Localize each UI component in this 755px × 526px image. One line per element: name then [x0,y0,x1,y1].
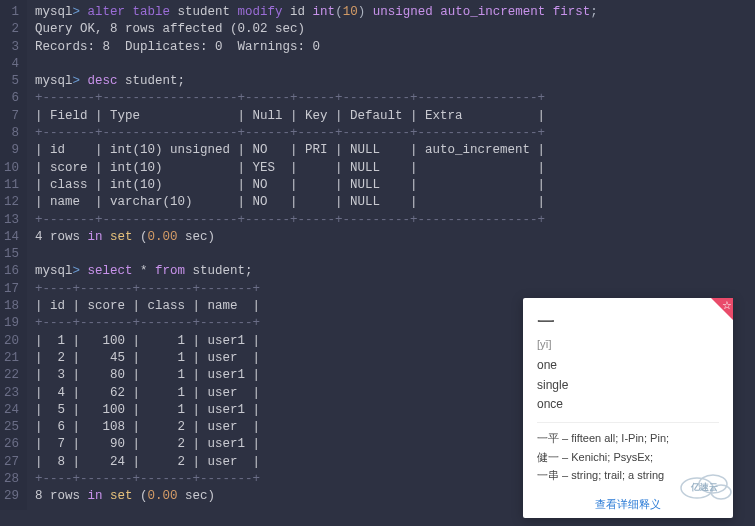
code-line: +-------+------------------+------+-----… [35,125,755,142]
line-number: 1 [4,4,19,21]
dictionary-definition-item: one [537,356,719,375]
code-line: | class | int(10) | NO | | NULL | | [35,177,755,194]
line-number: 22 [4,367,19,384]
line-number: 8 [4,125,19,142]
line-number: 4 [4,56,19,73]
line-number: 18 [4,298,19,315]
dictionary-compound-item: 一平 – fifteen all; I-Pin; Pin; [537,429,719,448]
code-line: +-------+------------------+------+-----… [35,212,755,229]
code-line: +-------+------------------+------+-----… [35,90,755,107]
dictionary-definition-item: once [537,395,719,414]
code-line: Query OK, 8 rows affected (0.02 sec) [35,21,755,38]
line-number: 12 [4,194,19,211]
code-line: mysql> desc student; [35,73,755,90]
code-line [35,56,755,73]
dictionary-headword: 一 [537,310,719,334]
line-number: 17 [4,281,19,298]
line-number: 6 [4,90,19,107]
line-number: 16 [4,263,19,280]
code-line: | Field | Type | Null | Key | Default | … [35,108,755,125]
line-number: 5 [4,73,19,90]
line-number: 19 [4,315,19,332]
line-number: 9 [4,142,19,159]
line-number: 24 [4,402,19,419]
code-line: | name | varchar(10) | NO | | NULL | | [35,194,755,211]
line-number: 15 [4,246,19,263]
line-number: 29 [4,488,19,505]
code-line: 4 rows in set (0.00 sec) [35,229,755,246]
favorite-star-icon[interactable] [711,298,733,320]
code-line: | id | int(10) unsigned | NO | PRI | NUL… [35,142,755,159]
line-number: 11 [4,177,19,194]
watermark-logo: 亿速云 [669,462,741,506]
line-number: 26 [4,436,19,453]
divider [537,422,719,423]
line-number: 25 [4,419,19,436]
code-line: +----+-------+-------+-------+ [35,281,755,298]
dictionary-definition-item: single [537,376,719,395]
code-line: | score | int(10) | YES | | NULL | | [35,160,755,177]
line-number: 14 [4,229,19,246]
code-line: mysql> alter table student modify id int… [35,4,755,21]
code-line: Records: 8 Duplicates: 0 Warnings: 0 [35,39,755,56]
line-number: 28 [4,471,19,488]
dictionary-definitions: onesingleonce [537,356,719,414]
dictionary-pronunciation: [yī] [537,338,719,350]
line-number: 20 [4,333,19,350]
code-line [35,246,755,263]
line-number: 10 [4,160,19,177]
line-number: 21 [4,350,19,367]
line-number: 2 [4,21,19,38]
line-number: 23 [4,385,19,402]
line-number: 27 [4,454,19,471]
line-number-gutter: 1234567891011121314151617181920212223242… [0,0,27,510]
line-number: 3 [4,39,19,56]
line-number: 7 [4,108,19,125]
watermark-text: 亿速云 [690,482,718,492]
line-number: 13 [4,212,19,229]
code-line: mysql> select * from student; [35,263,755,280]
